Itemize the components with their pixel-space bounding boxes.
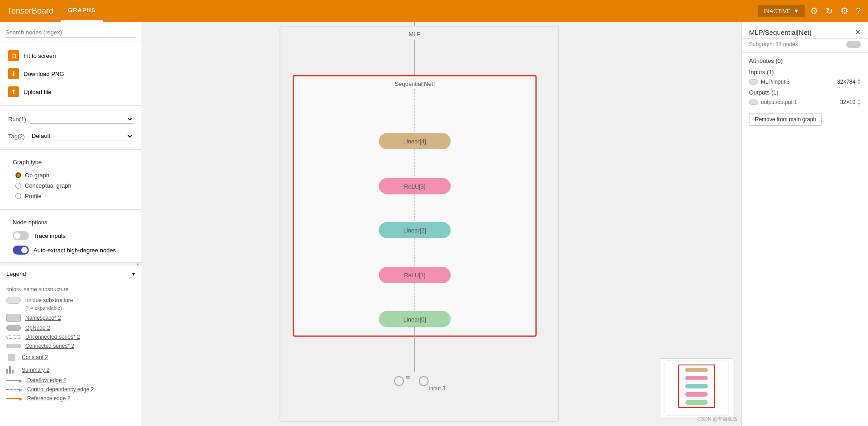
refresh-icon[interactable]: ↻ xyxy=(824,4,835,18)
main-graph-area: MLP Sequential[Net] Linear[4] ReLU[3] Li… xyxy=(142,22,741,426)
tensor-icon xyxy=(749,79,758,85)
legend-reference-shape: ▶ xyxy=(6,395,23,402)
legend-content: colors same substructure unique substruc… xyxy=(0,282,142,407)
legend-unique-row: unique substructure xyxy=(6,295,135,305)
scroll-indicator: ▼ xyxy=(0,262,142,266)
close-icon[interactable]: ✕ xyxy=(855,28,861,37)
attributes-header: Attributes (0) xyxy=(742,53,868,67)
auto-extract-label: Auto-extract high-degree nodes xyxy=(33,247,116,254)
right-panel: MLP/Sequential[Net] ✕ Subgraph: 11 nodes… xyxy=(741,22,868,426)
logo: TensorBoard xyxy=(0,6,61,16)
legend-opnode-shape xyxy=(6,325,21,331)
header: TensorBoard GRAPHS INACTIVE ▼ ⚙ ↻ ⚙ ? xyxy=(0,0,868,22)
legend-reference-label[interactable]: Reference edge 2 xyxy=(27,395,70,402)
legend-reference-row: ▶ Reference edge 2 xyxy=(6,394,135,403)
upload-file-button[interactable]: ⬆ Upload file xyxy=(6,83,135,101)
svg-rect-22 xyxy=(685,376,708,380)
legend-unique-shape xyxy=(6,297,21,304)
download-icon: ⬇ xyxy=(8,68,19,79)
radio-profile[interactable]: Profile xyxy=(15,191,126,201)
watermark: CSDN @非菜蓝饭 xyxy=(697,416,738,422)
header-right: INACTIVE ▼ ⚙ ↻ ⚙ ? xyxy=(758,4,868,18)
output-name: output/output.1 xyxy=(761,99,797,105)
legend-opnode-row: OpNode 2 xyxy=(6,323,135,332)
search-input[interactable] xyxy=(5,27,136,38)
legend-summary-shape xyxy=(6,365,17,374)
output-shape: 32×10 xyxy=(840,99,855,105)
layout: ⊡ Fit to screen ⬇ Download PNG ⬆ Upload … xyxy=(0,0,868,426)
right-panel-title: MLP/Sequential[Net] xyxy=(749,28,811,36)
tag-label: Tag(2) xyxy=(8,133,26,140)
download-png-button[interactable]: ⬇ Download PNG xyxy=(6,65,135,83)
legend-chevron-icon: ▾ xyxy=(132,270,135,277)
legend-unique-label: unique substructure xyxy=(25,297,73,303)
legend-control-row: ▶ Control dependency edge 2 xyxy=(6,385,135,394)
svg-text:Linear[2]: Linear[2] xyxy=(403,227,426,234)
subgraph-toggle[interactable] xyxy=(846,41,861,48)
run-label: Run(1) xyxy=(8,116,26,123)
minimap xyxy=(660,358,732,417)
input-row: MLP/input.3 32×784 ▲▼ xyxy=(742,76,868,87)
legend-header[interactable]: Legend ▾ xyxy=(0,266,142,282)
settings-icon[interactable]: ⚙ xyxy=(839,4,850,18)
output-stepper[interactable]: ▲▼ xyxy=(857,99,861,106)
inputs-header: Inputs (1) xyxy=(742,67,868,76)
legend-opnode-label[interactable]: OpNode 2 xyxy=(25,325,50,331)
legend-namespace-shape xyxy=(6,314,21,322)
output-row: output/output.1 32×10 ▲▼ xyxy=(742,97,868,108)
fit-icon: ⊡ xyxy=(8,50,19,61)
legend-dataflow-shape: ▶ xyxy=(6,377,23,383)
svg-text:input.3: input.3 xyxy=(429,385,446,392)
legend-dataflow-row: ▶ Dataflow edge 2 xyxy=(6,376,135,385)
trace-inputs-toggle[interactable] xyxy=(13,231,29,240)
status-button[interactable]: INACTIVE ▼ xyxy=(758,5,805,17)
left-panel: ⊡ Fit to screen ⬇ Download PNG ⬆ Upload … xyxy=(0,22,142,426)
input-stepper[interactable]: ▲▼ xyxy=(857,78,861,85)
svg-text:Linear[4]: Linear[4] xyxy=(403,138,426,145)
fit-to-screen-button[interactable]: ⊡ Fit to screen xyxy=(6,47,135,65)
svg-text:ReLU[3]: ReLU[3] xyxy=(404,183,425,190)
legend-unconnected-label[interactable]: Unconnected series* 2 xyxy=(25,334,80,340)
legend-dataflow-label[interactable]: Dataflow edge 2 xyxy=(27,377,66,383)
trace-inputs-label: Trace inputs xyxy=(33,232,66,239)
color-settings-icon[interactable]: ⚙ xyxy=(808,4,820,18)
help-icon[interactable]: ? xyxy=(854,4,863,18)
legend-summary-label[interactable]: Summary 2 xyxy=(22,367,49,373)
node-options-section: Node options Trace inputs Auto-extract h… xyxy=(0,210,142,262)
svg-text:ReLU[1]: ReLU[1] xyxy=(404,272,425,279)
auto-extract-toggle[interactable] xyxy=(13,246,29,255)
auto-extract-slider xyxy=(13,246,29,255)
output-tensor-icon xyxy=(749,99,758,105)
legend-control-label[interactable]: Control dependency edge 2 xyxy=(27,386,94,393)
chevron-down-icon: ▼ xyxy=(793,8,799,14)
tag-row: Tag(2) Default xyxy=(6,128,135,145)
graph-canvas[interactable]: MLP Sequential[Net] Linear[4] ReLU[3] Li… xyxy=(142,22,741,426)
auto-extract-row: Auto-extract high-degree nodes xyxy=(6,243,135,257)
toolbar-section: ⊡ Fit to screen ⬇ Download PNG ⬆ Upload … xyxy=(0,42,142,106)
radio-conceptual-graph[interactable]: Conceptual graph xyxy=(15,180,126,191)
svg-text:30: 30 xyxy=(405,375,411,380)
legend-constant-row: Constant 2 xyxy=(6,350,135,364)
tag-select[interactable]: Default xyxy=(30,131,133,141)
legend-namespace-label[interactable]: Namespace* 2 xyxy=(25,315,61,321)
run-select[interactable] xyxy=(30,114,133,124)
legend-constant-label[interactable]: Constant 2 xyxy=(22,354,48,360)
outputs-header: Outputs (1) xyxy=(742,87,868,97)
legend-unconnected-shape xyxy=(6,335,21,339)
svg-text:Linear[0]: Linear[0] xyxy=(403,316,426,323)
legend-expandable-note: (* = expandable) xyxy=(6,305,135,312)
svg-text:Sequential[Net]: Sequential[Net] xyxy=(395,80,435,87)
radio-op-graph[interactable]: Op graph xyxy=(15,170,126,180)
node-options-title: Node options xyxy=(6,214,135,228)
graph-type-title: Graph type xyxy=(6,154,135,168)
input-name: MLP/input.3 xyxy=(761,79,790,85)
remove-from-main-graph-button[interactable]: Remove from main graph xyxy=(749,113,822,126)
run-row: Run(1) xyxy=(6,110,135,128)
trace-inputs-row: Trace inputs xyxy=(6,228,135,243)
legend-unconnected-row: Unconnected series* 2 xyxy=(6,332,135,341)
nav-graphs[interactable]: GRAPHS xyxy=(61,0,103,22)
legend-connected-shape xyxy=(6,344,21,348)
right-panel-header: MLP/Sequential[Net] ✕ xyxy=(742,22,868,39)
legend-summary-row: Summary 2 xyxy=(6,364,135,376)
legend-connected-label[interactable]: Connected series* 2 xyxy=(25,343,74,349)
